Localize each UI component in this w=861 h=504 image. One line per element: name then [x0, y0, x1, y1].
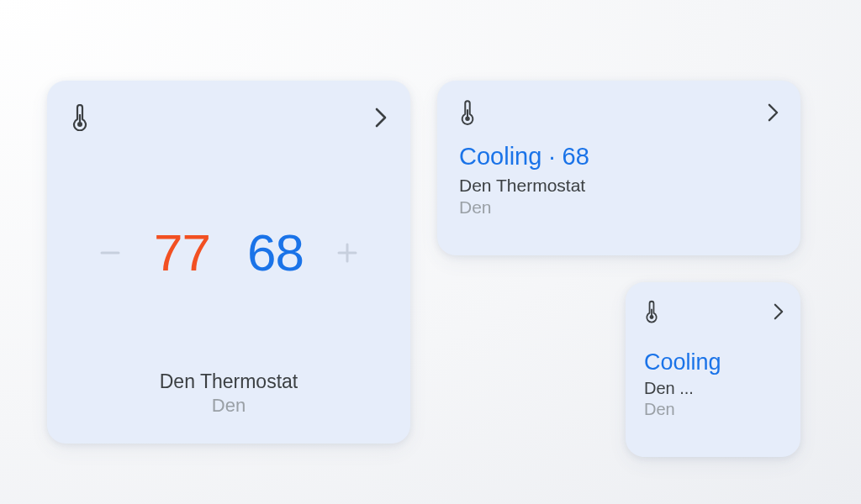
status-text: Cooling · 68 — [459, 143, 779, 171]
device-name: Den Thermostat — [71, 370, 387, 393]
card-header — [71, 101, 387, 134]
heat-setpoint: 77 — [154, 223, 210, 282]
device-name: Den Thermostat — [459, 176, 779, 196]
card-header — [459, 97, 779, 128]
chevron-right-icon[interactable] — [774, 303, 784, 320]
room-name: Den — [71, 395, 387, 417]
device-name: Den ... — [644, 379, 784, 398]
thermostat-card-medium[interactable]: Cooling · 68 Den Thermostat Den — [437, 81, 800, 255]
decrease-button[interactable] — [88, 231, 132, 275]
thermostat-icon — [644, 300, 659, 323]
thermostat-icon — [459, 100, 476, 125]
increase-button[interactable] — [325, 231, 369, 275]
setpoint-row: 77 68 — [71, 134, 387, 370]
room-name: Den — [459, 197, 779, 218]
thermostat-card-small[interactable]: Cooling Den ... Den — [626, 282, 800, 457]
chevron-right-icon[interactable] — [768, 103, 779, 122]
status-text: Cooling — [644, 349, 784, 375]
thermostat-icon — [71, 104, 89, 131]
chevron-right-icon[interactable] — [375, 108, 387, 128]
cool-setpoint: 68 — [247, 223, 304, 282]
room-name: Den — [644, 400, 784, 419]
thermostat-card-large[interactable]: 77 68 Den Thermostat Den — [47, 81, 410, 444]
card-header — [644, 297, 784, 326]
card-footer: Den Thermostat Den — [71, 370, 387, 423]
